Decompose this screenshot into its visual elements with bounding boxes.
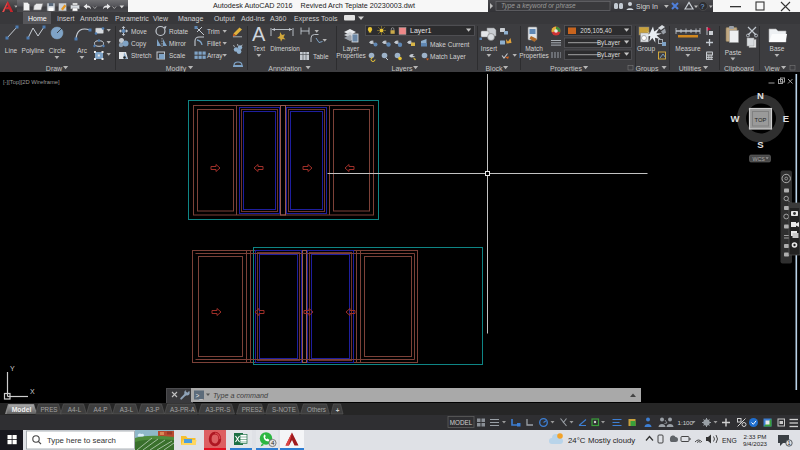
svg-text:Trim: Trim	[207, 28, 220, 35]
svg-text:[-][Top][2D Wireframe]: [-][Top][2D Wireframe]	[3, 79, 60, 85]
svg-text:View: View	[764, 65, 780, 72]
svg-text:A: A	[252, 24, 266, 45]
svg-text:Rotate: Rotate	[169, 28, 189, 35]
svg-text:Modify: Modify	[166, 65, 187, 73]
svg-text:X: X	[30, 388, 35, 395]
svg-text:PRES: PRES	[40, 406, 57, 413]
svg-text:A4-P: A4-P	[94, 406, 108, 413]
svg-text:?: ?	[701, 3, 705, 10]
svg-text:Match: Match	[525, 45, 543, 52]
svg-text:A3-PR-A: A3-PR-A	[170, 406, 196, 413]
svg-text:ByLayer: ByLayer	[597, 51, 620, 59]
svg-text:Copy: Copy	[131, 40, 147, 48]
svg-text:A3-L: A3-L	[120, 406, 134, 413]
svg-text:Array: Array	[207, 52, 223, 60]
svg-text:Mirror: Mirror	[169, 40, 187, 47]
svg-text:Type a command: Type a command	[213, 391, 269, 400]
svg-text:Properties: Properties	[550, 65, 582, 73]
svg-text:S: S	[757, 139, 763, 150]
svg-text:2:33 PM: 2:33 PM	[743, 433, 766, 440]
svg-text:9/4/2023: 9/4/2023	[743, 440, 768, 447]
svg-text:E: E	[783, 113, 789, 124]
svg-text:WCS: WCS	[753, 156, 766, 162]
svg-text:S-NOTE: S-NOTE	[272, 406, 296, 413]
svg-text:A3-PR-S: A3-PR-S	[206, 406, 231, 413]
svg-text:Layer1: Layer1	[410, 27, 432, 35]
svg-text:Stretch: Stretch	[131, 52, 152, 59]
svg-text:Groups: Groups	[636, 65, 659, 73]
svg-text:Block: Block	[485, 65, 503, 72]
svg-text:Line: Line	[5, 47, 18, 54]
svg-text:205,105,40: 205,105,40	[580, 27, 612, 34]
svg-text:Match Layer: Match Layer	[430, 53, 467, 61]
svg-text:A4-L: A4-L	[68, 406, 82, 413]
svg-text:Properties: Properties	[519, 52, 549, 60]
svg-text:Annotation: Annotation	[268, 65, 302, 72]
svg-text:Mostly cloudy: Mostly cloudy	[588, 436, 635, 445]
svg-text:1:100: 1:100	[678, 419, 694, 426]
svg-text:Model: Model	[12, 406, 32, 413]
svg-text:Layers: Layers	[391, 65, 413, 73]
svg-text:Type a keyword or phrase: Type a keyword or phrase	[501, 2, 576, 10]
svg-text:Scale: Scale	[169, 52, 186, 59]
svg-text:ENG: ENG	[722, 437, 737, 444]
svg-text:Make Current: Make Current	[430, 41, 470, 48]
svg-text:N: N	[757, 90, 764, 101]
svg-text:Type here to search: Type here to search	[47, 436, 116, 445]
svg-text:Circle: Circle	[49, 47, 66, 54]
svg-text:Text: Text	[253, 45, 265, 52]
svg-text:Arc: Arc	[77, 47, 88, 54]
svg-text:A3-P: A3-P	[146, 406, 160, 413]
svg-text:Paste: Paste	[725, 49, 742, 56]
svg-text:Group: Group	[637, 45, 655, 53]
svg-text:Base: Base	[770, 45, 785, 52]
svg-text:Draw: Draw	[46, 65, 63, 72]
svg-text:TOP: TOP	[755, 117, 767, 123]
svg-text:Table: Table	[313, 53, 329, 60]
svg-text:Insert: Insert	[481, 45, 497, 52]
svg-text:1: 1	[788, 440, 791, 446]
svg-text:Y: Y	[10, 365, 15, 372]
svg-text:>_: >_	[196, 392, 204, 400]
svg-text:Properties: Properties	[336, 52, 366, 60]
svg-text:Move: Move	[131, 28, 147, 35]
svg-text:Dimension: Dimension	[270, 45, 300, 52]
svg-text:W: W	[731, 113, 740, 124]
svg-text:Fillet: Fillet	[207, 40, 221, 47]
svg-text:Others: Others	[307, 406, 326, 413]
svg-text:Clipboard: Clipboard	[724, 65, 754, 73]
svg-text:Polyline: Polyline	[22, 47, 45, 55]
svg-text:Sign In: Sign In	[636, 3, 658, 11]
svg-text:PRES2: PRES2	[242, 406, 263, 413]
svg-text:Measure: Measure	[675, 45, 701, 52]
svg-text:24°C: 24°C	[568, 436, 586, 445]
svg-text:Utilities: Utilities	[679, 65, 702, 72]
svg-text:MODEL: MODEL	[450, 419, 473, 426]
svg-text:+: +	[336, 407, 340, 414]
svg-text:ByLayer: ByLayer	[597, 39, 620, 47]
